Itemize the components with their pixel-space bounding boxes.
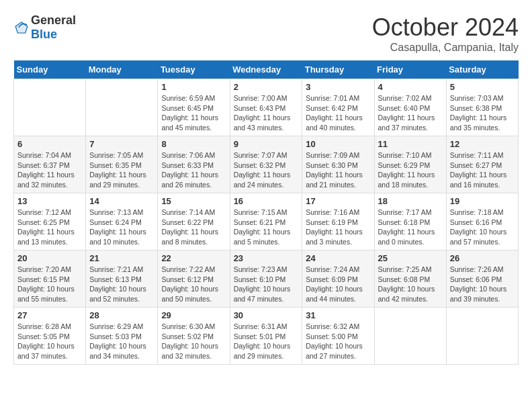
calendar-weekday-wednesday: Wednesday bbox=[230, 60, 302, 79]
calendar-weekday-friday: Friday bbox=[374, 60, 446, 79]
day-info: Sunrise: 7:02 AM Sunset: 6:40 PM Dayligh… bbox=[378, 93, 443, 133]
day-info: Sunrise: 7:22 AM Sunset: 6:12 PM Dayligh… bbox=[161, 265, 226, 304]
day-number: 9 bbox=[234, 139, 299, 149]
day-number: 6 bbox=[17, 139, 82, 149]
logo-text: General Blue bbox=[31, 13, 76, 42]
day-info: Sunrise: 7:05 AM Sunset: 6:35 PM Dayligh… bbox=[89, 150, 154, 190]
calendar-week-row: 13Sunrise: 7:12 AM Sunset: 6:25 PM Dayli… bbox=[14, 193, 519, 250]
day-number: 4 bbox=[378, 82, 443, 92]
calendar-cell: 21Sunrise: 7:21 AM Sunset: 6:13 PM Dayli… bbox=[86, 250, 158, 308]
calendar-cell bbox=[14, 79, 86, 136]
day-number: 10 bbox=[306, 139, 370, 149]
day-info: Sunrise: 7:01 AM Sunset: 6:42 PM Dayligh… bbox=[306, 93, 370, 133]
day-info: Sunrise: 7:13 AM Sunset: 6:24 PM Dayligh… bbox=[89, 208, 154, 247]
day-info: Sunrise: 7:06 AM Sunset: 6:33 PM Dayligh… bbox=[161, 150, 226, 190]
svg-marker-0 bbox=[15, 21, 29, 34]
calendar-cell: 12Sunrise: 7:11 AM Sunset: 6:27 PM Dayli… bbox=[446, 136, 518, 193]
calendar-weekday-monday: Monday bbox=[86, 60, 158, 79]
day-info: Sunrise: 6:32 AM Sunset: 5:00 PM Dayligh… bbox=[306, 322, 370, 361]
day-number: 27 bbox=[17, 310, 82, 320]
day-number: 2 bbox=[234, 82, 299, 92]
day-number: 18 bbox=[378, 196, 443, 206]
day-info: Sunrise: 7:25 AM Sunset: 6:08 PM Dayligh… bbox=[378, 265, 443, 304]
day-number: 8 bbox=[161, 139, 226, 149]
day-info: Sunrise: 7:04 AM Sunset: 6:37 PM Dayligh… bbox=[17, 150, 82, 190]
day-number: 26 bbox=[450, 253, 515, 263]
calendar-weekday-sunday: Sunday bbox=[14, 60, 86, 79]
day-number: 7 bbox=[89, 139, 154, 149]
calendar-cell: 18Sunrise: 7:17 AM Sunset: 6:18 PM Dayli… bbox=[374, 193, 446, 250]
day-number: 14 bbox=[89, 196, 154, 206]
calendar-cell: 29Sunrise: 6:30 AM Sunset: 5:02 PM Dayli… bbox=[158, 308, 230, 365]
day-info: Sunrise: 7:09 AM Sunset: 6:30 PM Dayligh… bbox=[306, 150, 370, 190]
day-number: 17 bbox=[306, 196, 370, 206]
day-number: 28 bbox=[89, 310, 154, 320]
day-number: 5 bbox=[450, 82, 515, 92]
day-info: Sunrise: 7:23 AM Sunset: 6:10 PM Dayligh… bbox=[234, 265, 299, 304]
calendar-cell bbox=[86, 79, 158, 136]
calendar-cell: 7Sunrise: 7:05 AM Sunset: 6:35 PM Daylig… bbox=[86, 136, 158, 193]
calendar-cell: 15Sunrise: 7:14 AM Sunset: 6:22 PM Dayli… bbox=[158, 193, 230, 250]
calendar-week-row: 1Sunrise: 6:59 AM Sunset: 6:45 PM Daylig… bbox=[14, 79, 519, 136]
day-info: Sunrise: 7:11 AM Sunset: 6:27 PM Dayligh… bbox=[450, 150, 515, 190]
calendar-cell: 28Sunrise: 6:29 AM Sunset: 5:03 PM Dayli… bbox=[86, 308, 158, 365]
calendar-cell: 17Sunrise: 7:16 AM Sunset: 6:19 PM Dayli… bbox=[302, 193, 374, 250]
logo: General Blue bbox=[13, 13, 76, 42]
calendar-cell: 8Sunrise: 7:06 AM Sunset: 6:33 PM Daylig… bbox=[158, 136, 230, 193]
calendar-cell: 24Sunrise: 7:24 AM Sunset: 6:09 PM Dayli… bbox=[302, 250, 374, 308]
calendar-cell: 4Sunrise: 7:02 AM Sunset: 6:40 PM Daylig… bbox=[374, 79, 446, 136]
calendar-week-row: 6Sunrise: 7:04 AM Sunset: 6:37 PM Daylig… bbox=[14, 136, 519, 193]
calendar-week-row: 27Sunrise: 6:28 AM Sunset: 5:05 PM Dayli… bbox=[14, 308, 519, 365]
day-info: Sunrise: 6:28 AM Sunset: 5:05 PM Dayligh… bbox=[17, 322, 82, 361]
day-info: Sunrise: 7:18 AM Sunset: 6:16 PM Dayligh… bbox=[450, 208, 515, 247]
day-info: Sunrise: 7:17 AM Sunset: 6:18 PM Dayligh… bbox=[378, 208, 443, 247]
calendar-cell: 14Sunrise: 7:13 AM Sunset: 6:24 PM Dayli… bbox=[86, 193, 158, 250]
day-number: 1 bbox=[161, 82, 226, 92]
day-info: Sunrise: 6:29 AM Sunset: 5:03 PM Dayligh… bbox=[89, 322, 154, 361]
day-number: 21 bbox=[89, 253, 154, 263]
day-number: 12 bbox=[450, 139, 515, 149]
day-number: 16 bbox=[234, 196, 299, 206]
day-number: 31 bbox=[306, 310, 370, 320]
calendar-cell: 10Sunrise: 7:09 AM Sunset: 6:30 PM Dayli… bbox=[302, 136, 374, 193]
calendar-cell: 30Sunrise: 6:31 AM Sunset: 5:01 PM Dayli… bbox=[230, 308, 302, 365]
day-info: Sunrise: 6:59 AM Sunset: 6:45 PM Dayligh… bbox=[161, 93, 226, 133]
day-number: 11 bbox=[378, 139, 443, 149]
calendar-cell: 19Sunrise: 7:18 AM Sunset: 6:16 PM Dayli… bbox=[446, 193, 518, 250]
day-number: 22 bbox=[161, 253, 226, 263]
day-number: 30 bbox=[234, 310, 299, 320]
calendar-weekday-thursday: Thursday bbox=[302, 60, 374, 79]
day-info: Sunrise: 7:20 AM Sunset: 6:15 PM Dayligh… bbox=[17, 265, 82, 304]
calendar-cell: 23Sunrise: 7:23 AM Sunset: 6:10 PM Dayli… bbox=[230, 250, 302, 308]
day-number: 3 bbox=[306, 82, 370, 92]
calendar-weekday-saturday: Saturday bbox=[446, 60, 518, 79]
day-info: Sunrise: 7:21 AM Sunset: 6:13 PM Dayligh… bbox=[89, 265, 154, 304]
calendar-cell: 20Sunrise: 7:20 AM Sunset: 6:15 PM Dayli… bbox=[14, 250, 86, 308]
calendar-cell bbox=[446, 308, 518, 365]
calendar-cell: 13Sunrise: 7:12 AM Sunset: 6:25 PM Dayli… bbox=[14, 193, 86, 250]
location-title: Casapulla, Campania, Italy bbox=[372, 42, 519, 54]
day-info: Sunrise: 7:03 AM Sunset: 6:38 PM Dayligh… bbox=[450, 93, 515, 133]
logo-general: General bbox=[31, 13, 76, 27]
day-number: 23 bbox=[234, 253, 299, 263]
day-info: Sunrise: 7:24 AM Sunset: 6:09 PM Dayligh… bbox=[306, 265, 370, 304]
calendar-cell bbox=[374, 308, 446, 365]
day-info: Sunrise: 6:30 AM Sunset: 5:02 PM Dayligh… bbox=[161, 322, 226, 361]
day-info: Sunrise: 7:16 AM Sunset: 6:19 PM Dayligh… bbox=[306, 208, 370, 247]
day-number: 24 bbox=[306, 253, 370, 263]
calendar-cell: 16Sunrise: 7:15 AM Sunset: 6:21 PM Dayli… bbox=[230, 193, 302, 250]
day-number: 29 bbox=[161, 310, 226, 320]
calendar-table: SundayMondayTuesdayWednesdayThursdayFrid… bbox=[13, 60, 519, 365]
calendar-weekday-tuesday: Tuesday bbox=[158, 60, 230, 79]
header: General Blue October 2024 Casapulla, Cam… bbox=[13, 13, 519, 54]
day-number: 25 bbox=[378, 253, 443, 263]
day-number: 20 bbox=[17, 253, 82, 263]
calendar-cell: 27Sunrise: 6:28 AM Sunset: 5:05 PM Dayli… bbox=[14, 308, 86, 365]
day-info: Sunrise: 6:31 AM Sunset: 5:01 PM Dayligh… bbox=[234, 322, 299, 361]
calendar-cell: 3Sunrise: 7:01 AM Sunset: 6:42 PM Daylig… bbox=[302, 79, 374, 136]
calendar-cell: 11Sunrise: 7:10 AM Sunset: 6:29 PM Dayli… bbox=[374, 136, 446, 193]
calendar-cell: 26Sunrise: 7:26 AM Sunset: 6:06 PM Dayli… bbox=[446, 250, 518, 308]
day-info: Sunrise: 7:10 AM Sunset: 6:29 PM Dayligh… bbox=[378, 150, 443, 190]
day-info: Sunrise: 7:26 AM Sunset: 6:06 PM Dayligh… bbox=[450, 265, 515, 304]
day-number: 15 bbox=[161, 196, 226, 206]
